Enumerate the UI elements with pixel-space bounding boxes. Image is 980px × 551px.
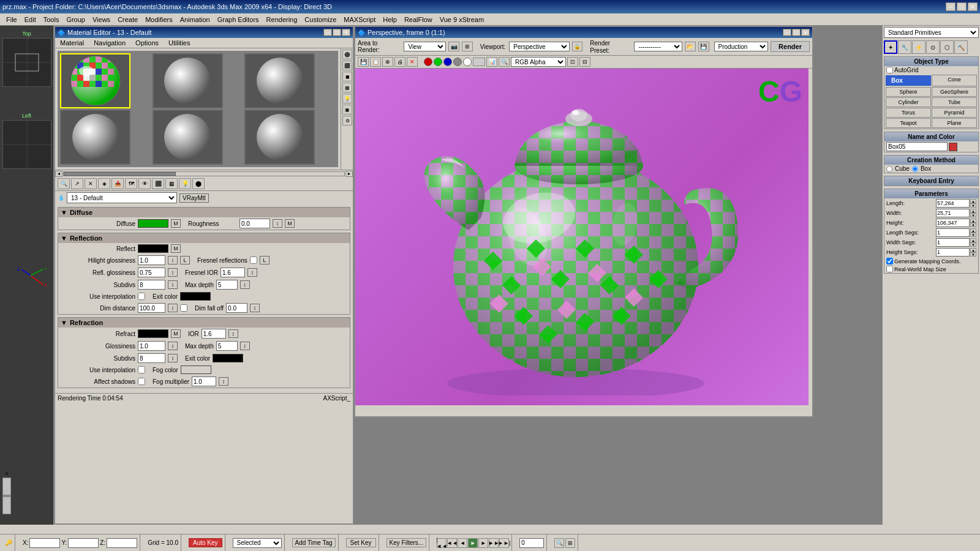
hierarchy-icon[interactable]: ⚡ <box>912 40 925 54</box>
tube-btn[interactable]: Tube <box>932 97 977 107</box>
hilight-l-btn[interactable]: L <box>180 256 190 264</box>
reflect-color-swatch[interactable] <box>138 244 168 253</box>
red-channel-btn[interactable] <box>424 58 432 66</box>
dim-falloff-input[interactable] <box>226 303 247 313</box>
autogrid-checkbox[interactable] <box>886 67 893 73</box>
alpha-channel-btn[interactable] <box>453 58 462 66</box>
length-spin-up[interactable]: ▲ <box>970 199 976 203</box>
me-material-name-dropdown[interactable]: 13 - Default <box>67 192 177 203</box>
fog-mult-spin[interactable]: ↕ <box>219 377 228 386</box>
color-mode-select[interactable]: RGB Alpha <box>511 57 566 67</box>
me-menu-navigation[interactable]: Navigation <box>89 38 130 48</box>
gloss-spin[interactable]: ↕ <box>168 342 178 350</box>
area-to-render-select[interactable]: View Selected Region <box>404 42 446 51</box>
diffuse-map-btn[interactable]: M <box>171 219 181 228</box>
material-sphere-3[interactable] <box>244 53 315 108</box>
object-name-field[interactable] <box>886 142 948 151</box>
menu-help[interactable]: Help <box>379 15 401 24</box>
rw-frame-select[interactable]: 📷 <box>448 42 459 51</box>
height-segs-input[interactable] <box>936 248 970 257</box>
go-start-btn[interactable]: |◄◄ <box>437 538 447 548</box>
refr-use-interp-checkbox[interactable] <box>138 366 145 373</box>
rw-channels-btn[interactable]: ⊡ <box>567 57 578 67</box>
roughness-map-btn[interactable]: ↕ <box>273 219 282 228</box>
height-spin-up[interactable]: ▲ <box>970 219 976 223</box>
me-show-map[interactable]: 👁 <box>138 178 151 189</box>
me-menu-material[interactable]: Material <box>55 38 89 48</box>
width-segs-spin-down[interactable]: ▼ <box>970 242 976 247</box>
max-depth-spin[interactable]: ↕ <box>240 280 250 289</box>
me-show-end[interactable]: ⬛ <box>152 178 164 189</box>
me-material-map[interactable]: 🗺 <box>125 178 137 189</box>
play-btn[interactable]: ► <box>468 538 478 548</box>
fog-mult-input[interactable] <box>192 377 216 386</box>
green-channel-btn[interactable] <box>434 58 442 66</box>
me-close[interactable]: ✕ <box>342 29 350 36</box>
menu-edit[interactable]: Edit <box>21 15 40 24</box>
me-menu-options[interactable]: Options <box>130 38 164 48</box>
utilities-icon[interactable]: 🔨 <box>954 40 968 54</box>
refl-gloss-spin[interactable]: ↕ <box>168 268 178 277</box>
motion-icon[interactable]: ⊙ <box>926 40 940 54</box>
render-preset-select[interactable]: ----------- <box>634 42 682 51</box>
blue-channel-btn[interactable] <box>443 58 452 66</box>
ior-input[interactable] <box>202 329 226 339</box>
viewport-select[interactable]: Perspective <box>509 42 569 51</box>
me-get-material[interactable]: 🔍 <box>58 178 70 189</box>
me-sphere-icon[interactable]: ⚫ <box>342 50 352 59</box>
subdivs-spin[interactable]: ↕ <box>168 280 178 289</box>
refr-exit-color-swatch[interactable] <box>213 354 243 362</box>
create-icon[interactable]: ✦ <box>884 40 897 54</box>
me-reset-material[interactable]: ✕ <box>85 178 97 189</box>
diffuse-color-swatch[interactable] <box>138 219 168 228</box>
rw-print-btn[interactable]: 🖨 <box>394 57 405 67</box>
play-forward-btn[interactable]: ► <box>478 538 488 548</box>
me-backlight-icon[interactable]: 💡 <box>342 94 352 103</box>
roughness-map2-btn[interactable]: M <box>285 219 295 228</box>
material-sphere-4[interactable] <box>60 110 130 165</box>
menu-create[interactable]: Create <box>114 15 141 24</box>
fog-color-swatch[interactable] <box>181 365 211 374</box>
refr-subdivs-spin[interactable]: ↕ <box>168 354 178 362</box>
material-sphere-2[interactable] <box>153 53 223 108</box>
me-sample-icon[interactable]: ▣ <box>342 105 352 114</box>
menu-rendering[interactable]: Rendering <box>263 15 301 24</box>
box-radio[interactable] <box>912 166 918 172</box>
reflection-header[interactable]: ▼ Reflection <box>58 233 350 243</box>
affect-shadows-checkbox[interactable] <box>138 378 145 385</box>
me-menu-utilities[interactable]: Utilities <box>164 38 195 48</box>
height-spin-down[interactable]: ▼ <box>970 223 976 227</box>
me-material-type-btn[interactable]: VRayMtl <box>179 193 209 203</box>
refl-gloss-input[interactable] <box>138 268 165 277</box>
sphere-btn[interactable]: Sphere <box>886 87 931 97</box>
rw-minimize[interactable]: ─ <box>783 29 791 36</box>
exit-color-swatch[interactable] <box>180 292 211 301</box>
rw-clear-btn[interactable]: ✕ <box>407 57 418 67</box>
dim-dist-spin[interactable]: ↕ <box>168 304 178 312</box>
length-segs-spin-down[interactable]: ▼ <box>970 233 976 237</box>
real-world-checkbox[interactable] <box>886 266 893 272</box>
key-filters-btn[interactable]: Key Filters... <box>386 538 427 547</box>
max-depth-input[interactable] <box>216 280 238 290</box>
material-sphere-5[interactable] <box>153 110 223 165</box>
go-end-btn[interactable]: ►►| <box>499 538 509 548</box>
auto-key-btn[interactable]: Auto Key <box>189 538 222 547</box>
material-sphere-1[interactable] <box>60 53 130 108</box>
rw-zoom-btn[interactable]: 🔍 <box>499 57 510 67</box>
refr-subdivs-input[interactable] <box>138 353 165 363</box>
menu-tools[interactable]: Tools <box>40 15 63 24</box>
length-segs-input[interactable] <box>936 228 970 237</box>
menu-file[interactable]: File <box>2 15 21 24</box>
rw-copy-btn[interactable]: 📋 <box>370 57 381 67</box>
rw-clone-btn[interactable]: ⊕ <box>382 57 393 67</box>
hilight-spin-up[interactable]: ↕ <box>168 256 178 264</box>
menu-views[interactable]: Views <box>89 15 114 24</box>
top-viewport-mini[interactable] <box>2 38 51 87</box>
roughness-input[interactable] <box>239 219 270 228</box>
torus-btn[interactable]: Torus <box>886 108 931 118</box>
mono-channel-btn[interactable] <box>463 58 472 66</box>
menu-customize[interactable]: Customize <box>301 15 340 24</box>
height-segs-spin-up[interactable]: ▲ <box>970 248 976 252</box>
menu-vue[interactable]: Vue 9 xStream <box>436 15 488 24</box>
zoom-region-btn[interactable]: ⊞ <box>565 538 575 548</box>
